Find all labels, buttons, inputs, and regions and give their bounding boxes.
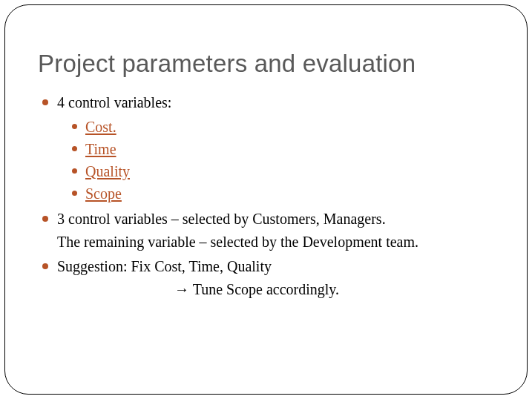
bullet-4-vars-text: 4 control variables: <box>57 94 171 111</box>
bullet-4-vars: 4 control variables: Cost. Time Quality … <box>42 91 499 205</box>
bullet-suggestion-line2: → Tune Scope accordingly. <box>57 278 499 301</box>
sub-quality-text: Quality <box>85 163 130 179</box>
bullet-suggestion-line1: Suggestion: Fix Cost, Time, Quality <box>57 258 272 274</box>
bullet-3-vars-line1: 3 control variables – selected by Custom… <box>57 211 386 227</box>
sub-quality: Quality <box>72 160 499 182</box>
bullet-suggestion-tune: Tune Scope accordingly. <box>189 281 339 297</box>
sub-cost-text: Cost. <box>85 119 116 135</box>
bullet-3-vars: 3 control variables – selected by Custom… <box>42 208 499 254</box>
sub-time: Time <box>72 138 499 160</box>
sub-list-vars: Cost. Time Quality Scope <box>57 116 499 205</box>
sub-time-text: Time <box>85 141 116 157</box>
sub-scope: Scope <box>72 182 499 205</box>
slide-frame: Project parameters and evaluation 4 cont… <box>4 4 528 395</box>
bullet-3-vars-line2: The remaining variable – selected by the… <box>57 231 499 254</box>
bullet-suggestion: Suggestion: Fix Cost, Time, Quality → Tu… <box>42 255 499 301</box>
arrow-icon: → <box>174 281 189 297</box>
sub-scope-text: Scope <box>85 185 122 202</box>
content-list: 4 control variables: Cost. Time Quality … <box>33 91 499 301</box>
sub-cost: Cost. <box>72 116 499 138</box>
slide-title: Project parameters and evaluation <box>38 50 499 78</box>
